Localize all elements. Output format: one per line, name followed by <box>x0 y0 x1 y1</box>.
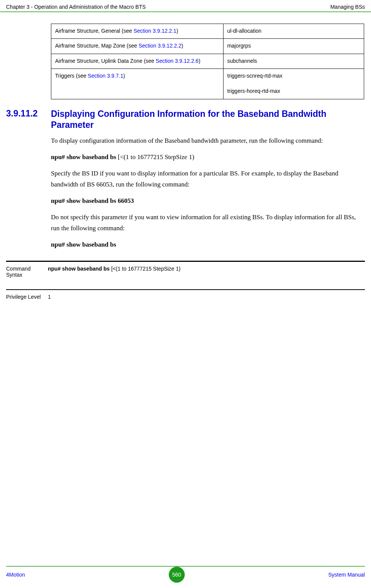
privilege-label: Privilege Level <box>6 290 48 311</box>
paragraph: Do not specify this parameter if you wan… <box>51 212 364 234</box>
privilege-value: 1 <box>48 290 365 311</box>
ref-value: majorgrps <box>223 39 364 54</box>
ref-text: Airframe Structure, Map Zone (see <box>55 43 138 49</box>
section-link[interactable]: Section 3.9.7.1 <box>88 73 123 79</box>
command-args: [<(1 to 16777215 StepSize 1) <box>118 153 194 161</box>
command-line: npu# show baseband bs 66053 <box>51 196 364 207</box>
page-footer: 4Motion 560 System Manual <box>0 567 371 588</box>
syntax-bold: npu# show baseband bs <box>48 266 111 272</box>
syntax-value: npu# show baseband bs [<(1 to 16777215 S… <box>48 261 365 290</box>
ref-text: Airframe Structure, Uplink Data Zone (se… <box>55 58 156 64</box>
reference-table: Airframe Structure, General (see Section… <box>51 24 364 99</box>
ref-suffix: ) <box>176 28 178 34</box>
command-line: npu# show baseband bs [<(1 to 16777215 S… <box>51 152 364 163</box>
table-row: Airframe Structure, Uplink Data Zone (se… <box>51 54 364 69</box>
table-row: Privilege Level 1 <box>6 290 365 311</box>
table-row: Airframe Structure, Map Zone (see Sectio… <box>51 39 364 54</box>
ref-value: triggers-scnreq-rtd-max triggers-horeq-r… <box>223 69 364 99</box>
command-line: npu# show baseband bs <box>51 239 364 250</box>
header-right: Managing BSs <box>330 4 365 10</box>
header-left: Chapter 3 - Operation and Administration… <box>6 4 146 10</box>
paragraph: Specify the BS ID if you want to display… <box>51 168 364 190</box>
footer-left: 4Motion <box>6 572 25 578</box>
section-link[interactable]: Section 3.9.12.2.6 <box>156 58 199 64</box>
ref-suffix: ) <box>123 73 125 79</box>
table-row: Command Syntax npu# show baseband bs [<(… <box>6 261 365 290</box>
page-content: Airframe Structure, General (see Section… <box>0 12 371 311</box>
paragraph: To display configuration information of … <box>51 135 364 147</box>
section-link[interactable]: Section 3.9.12.2.1 <box>133 28 176 34</box>
syntax-rest: [<(1 to 16777215 StepSize 1) <box>111 266 181 272</box>
section-number: 3.9.11.2 <box>6 108 51 131</box>
footer-right: System Manual <box>328 572 365 578</box>
table-row: Airframe Structure, General (see Section… <box>51 24 364 39</box>
ref-text: Airframe Structure, General (see <box>55 28 133 34</box>
ref-suffix: ) <box>181 43 183 49</box>
ref-value: subchannels <box>223 54 364 69</box>
page-header: Chapter 3 - Operation and Administration… <box>0 0 371 12</box>
ref-text: Triggers (see <box>55 73 88 79</box>
command-syntax-table: Command Syntax npu# show baseband bs [<(… <box>6 261 365 311</box>
ref-value: ul-dl-allocation <box>223 24 364 39</box>
command-bold: npu# show baseband bs <box>51 153 118 161</box>
ref-suffix: ) <box>198 58 200 64</box>
section-title: Displaying Configuration Information for… <box>51 108 365 131</box>
syntax-label: Command Syntax <box>6 261 48 290</box>
page-number-badge: 560 <box>169 567 185 583</box>
table-row: Triggers (see Section 3.9.7.1) triggers-… <box>51 69 364 99</box>
section-heading: 3.9.11.2 Displaying Configuration Inform… <box>6 108 365 131</box>
section-link[interactable]: Section 3.9.12.2.2 <box>138 43 181 49</box>
